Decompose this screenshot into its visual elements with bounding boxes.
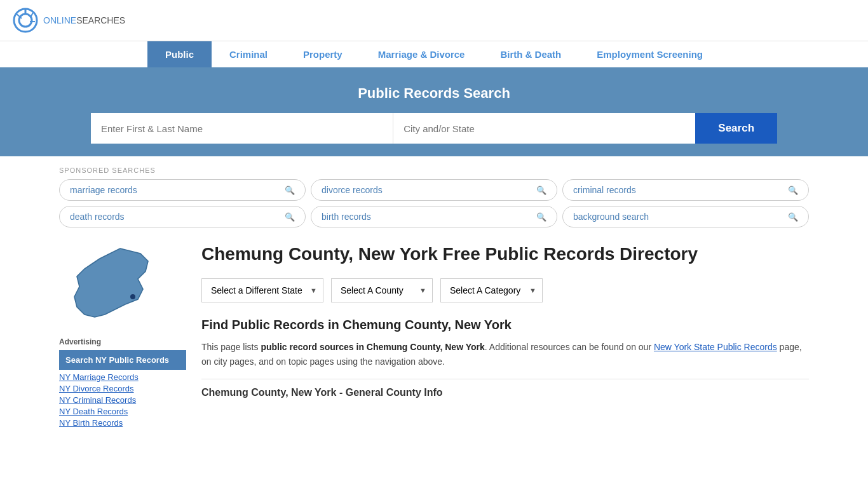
county-dropdown-wrapper: Select A County xyxy=(331,278,433,302)
ny-records-link[interactable]: New York State Public Records xyxy=(654,342,777,352)
category-dropdown-wrapper: Select A Category xyxy=(440,278,543,302)
pill-birth-records[interactable]: birth records 🔍 xyxy=(311,206,557,227)
content-area: SPONSORED SEARCHES marriage records 🔍 di… xyxy=(40,156,828,440)
svg-marker-4 xyxy=(74,248,148,317)
pill-death-records[interactable]: death records 🔍 xyxy=(59,206,306,227)
sponsored-grid: marriage records 🔍 divorce records 🔍 cri… xyxy=(59,179,809,227)
logo: ONLINESEARCHES xyxy=(13,8,125,33)
sidebar-link-death[interactable]: NY Death Records xyxy=(59,407,186,416)
state-dropdown-wrapper: Select a Different State xyxy=(201,278,323,302)
search-button[interactable]: Search xyxy=(695,113,777,144)
state-map xyxy=(59,243,161,325)
sponsored-label: SPONSORED SEARCHES xyxy=(59,166,809,174)
hero-title: Public Records Search xyxy=(13,85,855,102)
search-icon: 🔍 xyxy=(788,212,798,222)
pill-divorce-records[interactable]: divorce records 🔍 xyxy=(311,179,557,201)
nav-property[interactable]: Property xyxy=(285,41,360,67)
main-section: Advertising Search NY Public Records NY … xyxy=(59,243,809,430)
pill-marriage-records[interactable]: marriage records 🔍 xyxy=(59,179,306,201)
logo-icon xyxy=(13,8,38,33)
pill-criminal-records[interactable]: criminal records 🔍 xyxy=(562,179,809,201)
ad-button[interactable]: Search NY Public Records xyxy=(59,350,186,370)
nav-public[interactable]: Public xyxy=(147,41,212,67)
logo-text: ONLINESEARCHES xyxy=(43,15,125,25)
search-icon: 🔍 xyxy=(285,186,295,195)
search-bar: Search xyxy=(91,113,777,144)
search-icon: 🔍 xyxy=(536,212,546,222)
sidebar-link-birth[interactable]: NY Birth Records xyxy=(59,418,186,428)
nav-birth-death[interactable]: Birth & Death xyxy=(482,41,579,67)
category-dropdown[interactable]: Select A Category xyxy=(440,278,543,302)
name-input[interactable] xyxy=(91,113,393,144)
sidebar-link-marriage[interactable]: NY Marriage Records xyxy=(59,372,186,382)
search-icon: 🔍 xyxy=(536,186,546,195)
main-nav: Public Criminal Property Marriage & Divo… xyxy=(0,41,868,67)
hero-section: Public Records Search Search xyxy=(0,67,868,156)
section-divider: Chemung County, New York - General Count… xyxy=(201,379,809,398)
search-icon: 🔍 xyxy=(788,186,798,195)
page-title: Chemung County, New York Free Public Rec… xyxy=(201,243,809,266)
search-icon: 🔍 xyxy=(285,212,295,222)
ad-label: Advertising xyxy=(59,337,186,346)
nav-criminal[interactable]: Criminal xyxy=(212,41,285,67)
section-subtitle: Chemung County, New York - General Count… xyxy=(201,387,809,398)
sidebar-link-divorce[interactable]: NY Divorce Records xyxy=(59,384,186,393)
description: This page lists public record sources in… xyxy=(201,340,809,369)
city-input[interactable] xyxy=(393,113,695,144)
pill-background-search[interactable]: background search 🔍 xyxy=(562,206,809,227)
find-title: Find Public Records in Chemung County, N… xyxy=(201,318,809,332)
state-dropdown[interactable]: Select a Different State xyxy=(201,278,323,302)
sidebar-link-criminal[interactable]: NY Criminal Records xyxy=(59,395,186,405)
nav-employment[interactable]: Employment Screening xyxy=(579,41,721,67)
county-dropdown[interactable]: Select A County xyxy=(331,278,433,302)
nav-marriage-divorce[interactable]: Marriage & Divorce xyxy=(360,41,483,67)
sidebar: Advertising Search NY Public Records NY … xyxy=(59,243,186,430)
dropdowns: Select a Different State Select A County… xyxy=(201,278,809,302)
svg-point-1 xyxy=(19,14,32,27)
main-content: Chemung County, New York Free Public Rec… xyxy=(201,243,809,430)
svg-point-5 xyxy=(130,294,135,299)
